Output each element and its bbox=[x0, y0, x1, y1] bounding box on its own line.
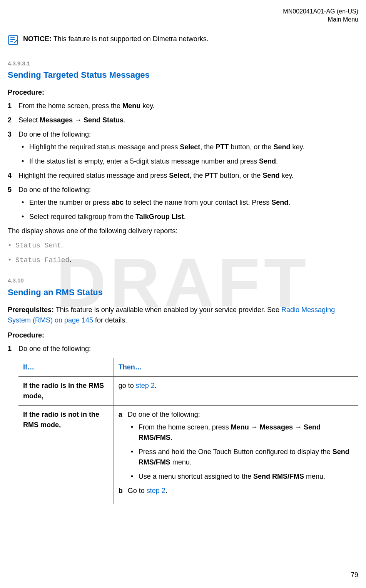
section-number: 4.3.10 bbox=[8, 276, 358, 285]
page-number: 79 bbox=[351, 570, 358, 580]
item-text: . bbox=[165, 487, 167, 494]
section-title: Sending an RMS Status bbox=[8, 286, 358, 299]
step-bold: Menu bbox=[122, 102, 140, 110]
item-text: Use a menu shortcut assigned to the bbox=[139, 473, 253, 480]
item-bold: PTT bbox=[216, 143, 229, 151]
step-link[interactable]: step 2 bbox=[147, 487, 165, 494]
step-text: key. bbox=[140, 102, 155, 110]
notice-body: This feature is not supported on Dimetra… bbox=[52, 35, 209, 43]
inner-bullet-list: From the home screen, press Menu → Messa… bbox=[128, 422, 354, 482]
item-bold: Select bbox=[180, 143, 200, 151]
list-item: Status Failed. bbox=[15, 255, 358, 266]
step-text: Highlight the required status message an… bbox=[18, 172, 169, 179]
item-text: Select required talkgroup from the bbox=[29, 213, 135, 220]
step-link[interactable]: step 2 bbox=[136, 382, 155, 389]
step-number: 4 bbox=[8, 170, 12, 181]
procedure-label: Procedure: bbox=[8, 330, 358, 341]
mono-text: Status Sent bbox=[15, 242, 61, 249]
step-number: 3 bbox=[8, 129, 12, 140]
procedure-list: 1 From the home screen, press the Menu k… bbox=[8, 101, 358, 222]
page-header: MN002041A01-AG (en-US) Main Menu bbox=[8, 8, 358, 24]
list-item: Select required talkgroup from the TalkG… bbox=[29, 212, 358, 222]
section-title: Sending Targeted Status Messages bbox=[8, 68, 358, 81]
table-header-row: If… Then… bbox=[18, 358, 358, 376]
item-text: Highlight the required status message an… bbox=[29, 143, 180, 151]
item-text: menu. bbox=[304, 473, 325, 480]
svg-rect-0 bbox=[8, 35, 17, 44]
cell-text: go to bbox=[119, 382, 136, 389]
section-number: 4.3.9.3.1 bbox=[8, 59, 358, 68]
condition-table: If… Then… If the radio is in the RMS mod… bbox=[18, 358, 358, 504]
cell-bold: If the radio is not in the RMS mode, bbox=[23, 411, 99, 429]
step-bold: PTT bbox=[205, 172, 218, 179]
section-2: 4.3.10 Sending an RMS Status Prerequisit… bbox=[8, 276, 358, 504]
item-bold: abc bbox=[112, 199, 124, 206]
item-text: , the bbox=[200, 143, 216, 151]
list-item: b Go to step 2. bbox=[128, 486, 354, 496]
step-text: Select bbox=[18, 116, 40, 124]
step-letter: b bbox=[119, 486, 123, 496]
notice-banner: NOTICE: This feature is not supported on… bbox=[8, 32, 358, 48]
td-then: go to step 2. bbox=[114, 376, 358, 405]
item-bold: Send bbox=[259, 157, 276, 165]
item-bold: Menu bbox=[231, 423, 249, 431]
item-text: If the status list is empty, enter a 5-d… bbox=[29, 157, 259, 165]
item-text: Go to bbox=[128, 487, 147, 494]
prereq-text: for details. bbox=[93, 316, 127, 324]
step-5: 5 Do one of the following: Enter the num… bbox=[18, 185, 358, 222]
step-bold: Messages bbox=[40, 116, 73, 124]
th-then: Then… bbox=[114, 358, 358, 376]
step-text: Do one of the following: bbox=[18, 186, 91, 194]
step-text: Do one of the following: bbox=[18, 130, 91, 138]
prereq-label: Prerequisites: bbox=[8, 306, 54, 314]
list-item: Press and hold the One Touch Button conf… bbox=[139, 447, 354, 468]
item-text: . bbox=[288, 199, 290, 206]
td-if: If the radio is in the RMS mode, bbox=[18, 376, 114, 405]
item-text: to select the name from your contact lis… bbox=[124, 199, 271, 206]
step-text: From the home screen, press the bbox=[18, 102, 122, 110]
list-item: From the home screen, press Menu → Messa… bbox=[139, 422, 354, 443]
inner-ordered-list: a Do one of the following: From the home… bbox=[119, 409, 354, 496]
step-text: , the bbox=[189, 172, 205, 179]
step-text: → bbox=[73, 116, 84, 124]
chapter-label: Main Menu bbox=[8, 16, 358, 24]
list-item: Highlight the required status message an… bbox=[29, 142, 358, 152]
sub-list: Enter the number or press abc to select … bbox=[18, 197, 358, 222]
step-2: 2 Select Messages → Send Status. bbox=[18, 115, 358, 125]
item-text: Enter the number or press bbox=[29, 199, 112, 206]
list-item: Status Sent. bbox=[15, 240, 358, 251]
table-row: If the radio is in the RMS mode, go to s… bbox=[18, 376, 358, 405]
step-text: button, or the bbox=[218, 172, 262, 179]
step-number: 1 bbox=[8, 101, 12, 111]
item-text: Press and hold the One Touch Button conf… bbox=[139, 448, 333, 456]
step-bold: Send Status bbox=[84, 116, 124, 124]
item-text: → bbox=[293, 423, 304, 431]
doc-id: MN002041A01-AG (en-US) bbox=[8, 8, 358, 16]
step-number: 2 bbox=[8, 115, 12, 125]
step-letter: a bbox=[119, 409, 122, 420]
mono-text: Status Failed bbox=[15, 256, 69, 264]
th-if: If… bbox=[18, 358, 114, 376]
step-1: 1 From the home screen, press the Menu k… bbox=[18, 101, 358, 111]
step-3: 3 Do one of the following: Highlight the… bbox=[18, 129, 358, 167]
step-4: 4 Highlight the required status message … bbox=[18, 170, 358, 181]
list-item: If the status list is empty, enter a 5-d… bbox=[29, 156, 358, 167]
item-text: From the home screen, press bbox=[139, 423, 231, 431]
step-text: Do one of the following: bbox=[18, 345, 91, 352]
list-item: Use a menu shortcut assigned to the Send… bbox=[139, 471, 354, 482]
notice-label: NOTICE: bbox=[23, 35, 52, 43]
item-bold: Send bbox=[271, 199, 288, 206]
item-bold: Send bbox=[273, 143, 290, 151]
item-text: menu. bbox=[170, 458, 192, 466]
item-text: → bbox=[249, 423, 260, 431]
report-list: Status Sent. Status Failed. bbox=[8, 240, 358, 266]
item-text: key. bbox=[290, 143, 304, 151]
step-number: 1 bbox=[8, 344, 12, 354]
list-item: a Do one of the following: From the home… bbox=[128, 409, 354, 482]
procedure-list: 1 Do one of the following: If… Then… If … bbox=[8, 344, 358, 504]
table-row: If the radio is not in the RMS mode, a D… bbox=[18, 405, 358, 504]
step-1: 1 Do one of the following: If… Then… If … bbox=[18, 344, 358, 504]
step-bold: Send bbox=[262, 172, 279, 179]
procedure-label: Procedure: bbox=[8, 87, 358, 98]
notice-icon bbox=[8, 35, 18, 45]
